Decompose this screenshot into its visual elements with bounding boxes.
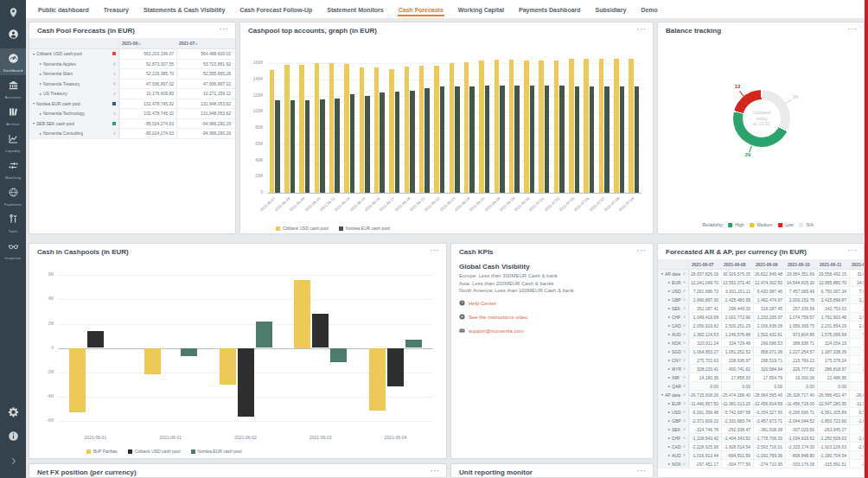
nav-tab-demo[interactable]: Demo xyxy=(640,3,658,16)
table-cell-value: -274,710.95 xyxy=(753,460,785,468)
row-label-cell: ▾AR data xyxy=(658,270,689,277)
column-header-2021-06-11[interactable]: 2021-06-11 xyxy=(817,262,849,267)
sidebar-item-dashboard[interactable]: Dashboard xyxy=(0,48,26,75)
legend-item-medium[interactable]: Medium xyxy=(750,222,773,227)
column-header-2021-07[interactable]: 2021-07 ▸ xyxy=(176,41,233,46)
sort-arrow-icon[interactable]: ▸ xyxy=(195,41,197,46)
table-cell-value: -1,849,955 xyxy=(849,417,865,424)
row-label: INR xyxy=(672,375,680,380)
table-cell-value: -6,091,399.48 xyxy=(689,408,721,416)
nav-tab-public-dashboard[interactable]: Public dashboard xyxy=(37,3,90,16)
table-cell-value: 1,945,156 xyxy=(849,313,865,321)
donut-chart: Updatedtodayat 10:52 xyxy=(733,90,790,147)
sidebar-item-accounts[interactable]: Accounts xyxy=(0,75,26,102)
legend-item-high[interactable]: High xyxy=(728,222,744,227)
table-cell-value: 563,203,196.07 xyxy=(119,49,176,59)
chart-bar xyxy=(545,86,550,193)
sidebar-item-inspector[interactable]: Inspector xyxy=(0,236,26,263)
sidebar-item-matching[interactable]: Matching xyxy=(0,156,26,182)
panel-menu-icon[interactable]: ··· xyxy=(431,248,440,252)
nav-tab-subsidiary[interactable]: Subsidiary xyxy=(595,3,628,16)
sidebar-item-liquidity[interactable]: Liquidity xyxy=(0,129,26,156)
panel-menu-icon[interactable]: ··· xyxy=(637,468,647,473)
column-header-2021-06-09[interactable]: 2021-06-09 xyxy=(753,262,785,267)
nav-tab-cash-forecast-follow-up[interactable]: Cash Forecast Follow-Up xyxy=(239,3,313,16)
chart-bar xyxy=(144,348,161,375)
table-cell-value: 26,822,845.48 xyxy=(753,270,785,277)
nav-tab-treasury[interactable]: Treasury xyxy=(103,3,130,16)
nav-tab-statements-cash-visibility[interactable]: Statements & Cash Visibility xyxy=(143,3,226,16)
row-label: NOK xyxy=(672,341,681,346)
info-button[interactable] xyxy=(8,430,19,445)
panel-menu-icon[interactable]: ··· xyxy=(848,248,858,252)
nav-tab-cash-forecasts[interactable]: Cash Forecasts xyxy=(398,3,444,16)
table-row-nok: ▸NOK-297,451.17-304,777.59-274,710.95-33… xyxy=(658,460,865,468)
cash-kpis-body: Global Cash Visibility Europe: Less than… xyxy=(451,259,653,458)
nav-tab-working-capital[interactable]: Working Capital xyxy=(457,3,505,16)
table-cell-value: 0.00 xyxy=(689,382,721,390)
collapse-button[interactable] xyxy=(9,454,18,469)
panel-unit-reporting-monitor: Unit reporting monitor··· xyxy=(450,463,654,478)
nav-tab-statement-monitors[interactable]: Statement Monitors xyxy=(326,3,384,16)
sidebar-item-archive[interactable]: Archive xyxy=(0,102,26,129)
table-row-seb-sek-cash-pool: ▾SEB SEK cash pool-95,024,274.63-94,966,… xyxy=(29,119,235,130)
row-label-cell: ▾SEB SEK cash pool xyxy=(29,119,119,129)
chart-bar xyxy=(270,70,275,193)
table-cell-value: 320,584.94 xyxy=(753,365,785,373)
column-header-2021-06[interactable]: 2021-06 ▸ xyxy=(119,41,176,46)
column-header-2021-06-14[interactable]: 2021-06-14 xyxy=(849,262,865,267)
gridline xyxy=(58,275,433,276)
user-avatar[interactable] xyxy=(8,28,19,43)
panel-menu-icon[interactable]: ··· xyxy=(848,27,858,31)
table-cell-value: 2,425,483.95 xyxy=(721,296,753,303)
legend-item-citibank-usd-cash-pool[interactable]: Citibank USD cash pool xyxy=(276,226,329,231)
row-label-cell: ▾Nordea EUR cash pool xyxy=(29,99,119,109)
row-label-cell: ▸INR xyxy=(658,373,689,381)
table-cell-value: -2,331,683.74 xyxy=(721,417,753,424)
chart-bar xyxy=(69,348,86,412)
y-axis-label: -4M xyxy=(30,394,54,398)
nav-tab-payments-dashboard[interactable]: Payments Dashboard xyxy=(518,3,582,16)
y-axis-label: 0 xyxy=(30,346,54,350)
kpi-link-help-center[interactable]: ?Help Center xyxy=(459,300,653,307)
panel-menu-icon[interactable]: ··· xyxy=(637,27,647,31)
table-cell-value: 342,753.03 xyxy=(817,304,849,312)
table-cell-value: 132,478,745.32 xyxy=(119,109,176,118)
table-cell-value: 0.00 xyxy=(817,382,849,390)
chart-line-icon xyxy=(8,132,19,147)
legend-item-nordea-eur-cash-pool[interactable]: Nordea EUR cash pool xyxy=(339,226,390,231)
row-label-cell: ▸Nomentia Technology xyxy=(29,109,119,118)
panel-menu-icon[interactable]: ··· xyxy=(220,27,229,31)
table-cell-value: 1,074,759.57 xyxy=(785,313,817,321)
legend-item-n-a[interactable]: N/A xyxy=(800,222,814,227)
legend-item-low[interactable]: Low xyxy=(778,222,793,227)
status-indicator xyxy=(113,112,117,116)
kpi-link-see-the-instructions-video[interactable]: See the instructions video xyxy=(459,314,653,321)
column-header-2021-06-10[interactable]: 2021-06-10 xyxy=(785,262,817,267)
sidebar-item-payments[interactable]: Payments xyxy=(0,182,26,209)
table-cell-value: 10,272,159.12 xyxy=(176,89,233,99)
column-header-2021-06-08[interactable]: 2021-06-08 xyxy=(721,262,753,267)
y-axis-label: 160M xyxy=(241,61,263,65)
panel-menu-icon[interactable]: ··· xyxy=(431,468,440,473)
settings-button[interactable] xyxy=(8,405,19,421)
table-cell-value: 0.00 xyxy=(721,382,753,390)
kpi-link-support-nomentia-com[interactable]: support@nomentia.com xyxy=(459,328,653,335)
gridline xyxy=(267,193,641,194)
table-cell-value: -28,964,565.49 xyxy=(753,391,785,398)
legend-item-nordea-eur-cash-pool[interactable]: Nordea EUR cash pool xyxy=(191,449,242,454)
sidebar-item-tools[interactable]: Tools xyxy=(0,209,26,236)
globe-coin-icon xyxy=(8,186,19,201)
table-row-myr: ▸MYR328,233.41400,741.62320,584.94226,77… xyxy=(658,365,865,373)
panel-menu-icon[interactable]: ··· xyxy=(637,248,647,252)
sort-arrow-icon[interactable]: ▸ xyxy=(137,41,140,46)
table-cell-value: -94,966,290.29 xyxy=(176,119,233,129)
column-header-2021-06-07[interactable]: 2021-06-07 xyxy=(689,262,721,267)
panel-title: Unit reporting monitor xyxy=(459,468,533,476)
table-row-qar: ▸QAR0.000.000.000.000.000 xyxy=(658,382,865,391)
table-row-ar-data: ▾AR data28,837,826.0930,929,576.0526,822… xyxy=(658,270,865,278)
legend-item-bnp-paribas[interactable]: BnP Paribas xyxy=(86,449,118,454)
status-indicator xyxy=(683,393,686,397)
legend-item-citibank-usd-cash-pool[interactable]: Citibank USD cash pool xyxy=(128,449,181,454)
table-cell-value: 564,488,600.02 xyxy=(176,49,233,59)
